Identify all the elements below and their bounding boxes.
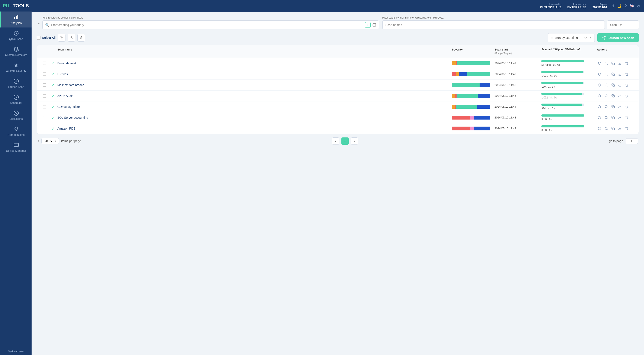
help-icon[interactable]: ? [624, 4, 627, 8]
filter-funnel-btn[interactable]: ≡ [37, 22, 40, 25]
sidebar-item-custom-detectors[interactable]: Custom Detectors [0, 43, 32, 59]
skipped-count: 1 [548, 85, 550, 88]
delete-button[interactable] [624, 126, 629, 131]
scan-name-cell: Azure Audit [57, 94, 452, 98]
row-checkbox[interactable] [43, 116, 46, 119]
quick-scan-icon [14, 30, 19, 36]
severity-bar-wrap [452, 127, 494, 130]
stats-numbers: 1,021 / 6 / 0 / [542, 74, 597, 77]
rescan-button[interactable] [597, 126, 602, 131]
view-results-button[interactable] [604, 115, 609, 120]
row-checkbox[interactable] [43, 61, 46, 65]
row-status: ✓ [49, 126, 57, 131]
copy-button[interactable] [610, 126, 616, 131]
select-all-checkbox[interactable] [37, 36, 40, 40]
language-icon[interactable]: 🇬🇧 [630, 3, 634, 8]
launch-new-scan-button[interactable]: Launch new scan [597, 33, 639, 42]
download-button[interactable] [617, 61, 622, 66]
prev-page-button[interactable]: ‹ [332, 137, 339, 145]
row-status: ✓ [49, 72, 57, 77]
severity-segment [467, 72, 490, 76]
per-page-select[interactable]: 20 50 100 [44, 139, 53, 143]
severity-bar-wrap [452, 105, 494, 109]
delete-button[interactable] [624, 82, 629, 88]
scan-ids-input[interactable] [607, 20, 639, 29]
view-results-button[interactable] [604, 126, 609, 131]
delete-button[interactable] [624, 61, 629, 66]
per-page-select-wrap[interactable]: 20 50 100 ▼ [41, 138, 59, 144]
rescan-button[interactable] [597, 72, 602, 77]
row-checkbox[interactable] [43, 127, 46, 130]
delete-row-icon [625, 105, 628, 108]
row-checkbox[interactable] [43, 105, 46, 108]
delete-button[interactable] [624, 72, 629, 77]
rescan-button[interactable] [597, 61, 602, 66]
sidebar-item-custom-detectors-label: Custom Detectors [5, 53, 27, 56]
rescan-button[interactable] [597, 93, 602, 98]
sidebar-item-custom-severity[interactable]: Custom Severity [0, 59, 32, 75]
stats-numbers: 984 / 4 / 0 / [542, 107, 597, 110]
severity-bar-wrap [452, 116, 494, 119]
sidebar-item-analytics[interactable]: Analytics [0, 11, 32, 27]
view-icon [604, 72, 608, 76]
add-filter-button[interactable]: + [365, 22, 370, 28]
copy-button[interactable] [610, 72, 616, 77]
sort-select-wrap[interactable]: ≡ Sort by start time Sort by name Sort b… [548, 33, 595, 42]
query-input[interactable] [51, 23, 363, 27]
stats-col: 3 / 0 / 0 / [542, 114, 597, 121]
logo: PII · TOOLS [0, 0, 32, 11]
view-results-button[interactable] [604, 72, 609, 77]
delete-button[interactable] [624, 115, 629, 120]
copy-button[interactable] [610, 61, 616, 66]
bulk-action-btn-2[interactable] [68, 34, 75, 41]
copy-button[interactable] [610, 93, 616, 98]
rescan-button[interactable] [597, 115, 602, 120]
view-results-button[interactable] [604, 82, 609, 88]
copy-button[interactable] [610, 104, 616, 109]
svg-rect-10 [14, 143, 18, 146]
sidebar-item-remediations[interactable]: Remediations [0, 123, 32, 139]
delete-button[interactable] [624, 93, 629, 98]
view-results-button[interactable] [604, 93, 609, 98]
page-1-button[interactable]: 1 [342, 137, 349, 145]
progress-bar-wrap [542, 104, 584, 106]
bulk-action-btn-1[interactable] [58, 34, 66, 41]
download-button[interactable] [617, 104, 622, 109]
logout-icon[interactable]: ⎋ [638, 4, 640, 8]
scan-names-input[interactable] [382, 20, 605, 29]
download-button[interactable] [617, 115, 622, 120]
row-checkbox[interactable] [43, 94, 46, 98]
sidebar-item-scheduler[interactable]: Scheduler [0, 91, 32, 107]
download-button[interactable] [617, 93, 622, 98]
rescan-button[interactable] [597, 104, 602, 109]
select-all-wrap[interactable]: Select All [37, 36, 56, 40]
sidebar-item-quick-scan[interactable]: Quick Scan [0, 27, 32, 43]
row-checkbox[interactable] [43, 72, 46, 76]
download-button[interactable] [617, 126, 622, 131]
copy-button[interactable] [610, 82, 616, 88]
bulk-action-btn-3[interactable] [78, 34, 85, 41]
view-results-button[interactable] [604, 61, 609, 66]
goto-page-input[interactable] [625, 138, 638, 144]
download-button[interactable] [617, 82, 622, 88]
view-results-button[interactable] [604, 104, 609, 109]
view-icon [604, 61, 608, 65]
copy-button[interactable] [610, 115, 616, 120]
download-button[interactable] [617, 72, 622, 77]
sort-select[interactable]: Sort by start time Sort by name Sort by … [554, 36, 587, 40]
stats-col: 984 / 4 / 0 / [542, 104, 597, 110]
filter-options-button[interactable] [372, 23, 376, 27]
sidebar-item-exclusions[interactable]: Exclusions [0, 107, 32, 123]
row-checkbox[interactable] [43, 83, 46, 87]
theme-toggle-icon[interactable]: 🌙 [617, 3, 622, 8]
sidebar-item-device-manager[interactable]: Device Manager [0, 139, 32, 155]
info-icon[interactable]: ℹ [612, 3, 614, 8]
sidebar-item-launch-scan[interactable]: Launch Scan [0, 75, 32, 91]
rescan-button[interactable] [597, 82, 602, 88]
toolbar: Select All ≡ Sort by start time Sort [37, 33, 639, 42]
next-page-button[interactable]: › [351, 137, 358, 145]
copy-row-icon [611, 116, 615, 119]
delete-button[interactable] [624, 104, 629, 109]
severity-bar [452, 116, 490, 119]
scan-table: Scan name Severity Scan start (Europe/Pr… [37, 45, 639, 134]
